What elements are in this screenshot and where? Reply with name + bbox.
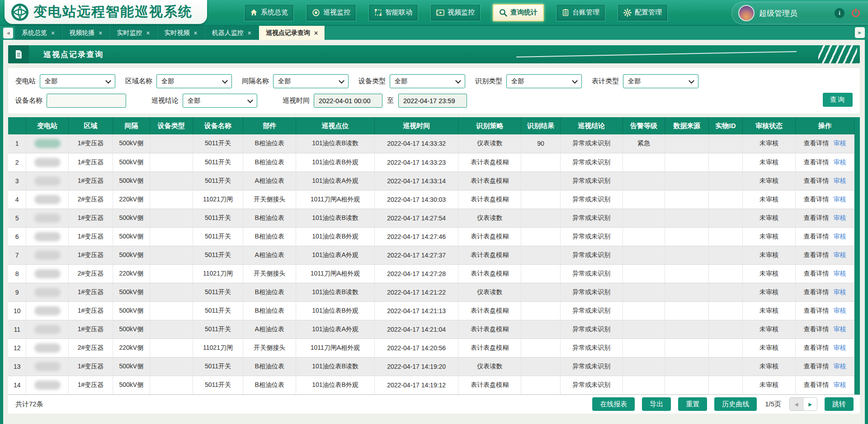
- next-page-icon[interactable]: ▶: [803, 398, 817, 410]
- nav-smart-linkage[interactable]: 智能联动: [368, 4, 418, 21]
- device-type-select[interactable]: 全部: [390, 74, 465, 88]
- tab-close-icon[interactable]: ×: [248, 30, 251, 36]
- cell-alarm-level: 紧急: [623, 134, 665, 153]
- view-detail-link[interactable]: 查看详情: [803, 195, 829, 203]
- nav-config-management[interactable]: 配置管理: [618, 4, 668, 21]
- table-row[interactable]: 5 1#变压器 500kV侧 5011开关 B相油位表 101油位表B读数 20…: [8, 209, 854, 227]
- home-icon: [250, 9, 258, 16]
- table-row[interactable]: 6 1#变压器 500kV侧 5011开关 B相油位表 101油位表B外观 20…: [8, 227, 854, 246]
- cell-result: [521, 320, 561, 338]
- nav-system-overview[interactable]: 系统总览: [244, 4, 294, 21]
- tab-close-icon[interactable]: ×: [99, 30, 102, 36]
- logout-power-icon[interactable]: [851, 8, 861, 18]
- view-detail-link[interactable]: 查看详情: [803, 344, 829, 351]
- audit-link[interactable]: 审核: [833, 251, 846, 258]
- export-button[interactable]: 导出: [642, 397, 671, 411]
- online-report-button[interactable]: 在线报表: [592, 397, 635, 411]
- cell-data-source: [665, 264, 709, 283]
- audit-link[interactable]: 审核: [833, 307, 846, 314]
- time-to-input[interactable]: [398, 94, 467, 108]
- conclusion-select[interactable]: 全部: [183, 94, 257, 108]
- view-detail-link[interactable]: 查看详情: [803, 270, 829, 277]
- table-row[interactable]: 2 1#变压器 500kV侧 5011开关 B相油位表 101油位表B外观 20…: [8, 153, 854, 172]
- view-detail-link[interactable]: 查看详情: [803, 139, 829, 147]
- tab-video-carousel[interactable]: 视频轮播 ×: [62, 26, 109, 40]
- nav-ledger-management[interactable]: 台账管理: [556, 4, 605, 21]
- info-icon[interactable]: [835, 8, 844, 18]
- tab-close-icon[interactable]: ×: [314, 30, 318, 36]
- audit-link[interactable]: 审核: [833, 233, 846, 240]
- view-detail-link[interactable]: 查看详情: [803, 251, 829, 258]
- reset-button[interactable]: 重置: [678, 397, 707, 411]
- cell-bay: 220kV侧: [113, 338, 150, 357]
- station-select[interactable]: 全部: [40, 74, 115, 88]
- view-detail-link[interactable]: 查看详情: [803, 233, 829, 240]
- view-detail-link[interactable]: 查看详情: [803, 362, 829, 370]
- audit-link[interactable]: 审核: [833, 195, 846, 203]
- audit-link[interactable]: 审核: [833, 288, 846, 295]
- audit-link[interactable]: 审核: [833, 362, 846, 370]
- table-row[interactable]: 12 2#变压器 220kV侧 11021刀闸 开关侧接头 1011刀闸A相外观…: [8, 338, 854, 357]
- meter-type-select[interactable]: 全部: [623, 74, 698, 88]
- table-row[interactable]: 3 1#变压器 500kV侧 5011开关 A相油位表 101油位表A外观 20…: [8, 172, 854, 190]
- tab-scroll-right-icon[interactable]: ▶: [855, 27, 865, 38]
- view-detail-link[interactable]: 查看详情: [803, 307, 829, 314]
- tab-inspection-record-query[interactable]: 巡视点记录查询 ×: [259, 26, 325, 40]
- audit-link[interactable]: 审核: [833, 214, 846, 221]
- table-scrollbar[interactable]: [854, 117, 860, 395]
- audit-link[interactable]: 审核: [833, 270, 846, 277]
- nav-video-monitor[interactable]: 视频监控: [430, 4, 481, 21]
- view-detail-link[interactable]: 查看详情: [803, 158, 829, 166]
- tab-realtime-monitor[interactable]: 实时监控 ×: [109, 26, 157, 40]
- table-row[interactable]: 9 1#变压器 500kV侧 5011开关 B相油位表 101油位表B读数 20…: [8, 283, 854, 301]
- search-button[interactable]: 查询: [823, 93, 853, 107]
- audit-link[interactable]: 审核: [833, 139, 846, 147]
- region-select[interactable]: 全部: [156, 74, 232, 88]
- audit-link[interactable]: 审核: [833, 158, 846, 166]
- audit-link[interactable]: 审核: [833, 325, 846, 333]
- device-name-input[interactable]: [47, 94, 126, 108]
- avatar[interactable]: [738, 5, 755, 21]
- prev-page-icon[interactable]: ◀: [790, 398, 803, 410]
- audit-link[interactable]: 审核: [833, 344, 846, 351]
- table-row[interactable]: 13 1#变压器 500kV侧 5011开关 B相油位表 101油位表B读数 2…: [8, 357, 854, 376]
- jump-button[interactable]: 跳转: [825, 397, 854, 411]
- tab-robot-monitor[interactable]: 机器人监控 ×: [205, 26, 259, 40]
- cell-time: 2022-04-17 14:21:13: [374, 301, 458, 320]
- cell-part: A相油位表: [243, 320, 296, 338]
- view-detail-link[interactable]: 查看详情: [803, 325, 829, 333]
- audit-link[interactable]: 审核: [833, 381, 846, 388]
- table-row[interactable]: 8 2#变压器 220kV侧 11021刀闸 开关侧接头 1011刀闸A相外观 …: [8, 264, 854, 283]
- cell-bay: 500kV侧: [113, 301, 150, 320]
- cell-result: [521, 338, 561, 357]
- table-row[interactable]: 4 2#变压器 220kV侧 11021刀闸 开关侧接头 1011刀闸A相外观 …: [8, 190, 854, 209]
- bay-select[interactable]: 全部: [273, 74, 349, 88]
- tab-realtime-video[interactable]: 实时视频 ×: [157, 26, 205, 40]
- recognition-type-select[interactable]: 全部: [506, 74, 582, 88]
- table-row[interactable]: 14 1#变压器 500kV侧 5011开关 B相油位表 101油位表B外观 2…: [8, 376, 854, 394]
- table-row[interactable]: 7 1#变压器 500kV侧 5011开关 A相油位表 101油位表A外观 20…: [8, 246, 854, 264]
- history-curve-button[interactable]: 历史曲线: [714, 397, 757, 411]
- cell-audit-status: 未审核: [743, 246, 796, 264]
- cell-region: 1#变压器: [69, 227, 113, 246]
- view-detail-link[interactable]: 查看详情: [803, 214, 829, 221]
- view-detail-link[interactable]: 查看详情: [803, 381, 829, 388]
- tab-close-icon[interactable]: ×: [51, 30, 55, 36]
- table-row[interactable]: 11 1#变压器 500kV侧 5011开关 A相油位表 101油位表A外观 2…: [8, 320, 854, 338]
- cell-physical-id: [709, 283, 743, 301]
- table-row[interactable]: 1 1#变压器 500kV侧 5011开关 B相油位表 101油位表B读数 20…: [8, 134, 854, 153]
- nav-query-statistics[interactable]: 查询统计: [493, 4, 544, 21]
- filter-label-station: 变电站: [15, 77, 36, 86]
- tab-close-icon[interactable]: ×: [146, 30, 150, 36]
- view-detail-link[interactable]: 查看详情: [803, 177, 829, 184]
- nav-inspection-monitor[interactable]: 巡视监控: [306, 4, 356, 21]
- tab-system-overview[interactable]: 系统总览 ×: [14, 26, 62, 40]
- cell-strategy: 仪表读数: [458, 283, 521, 301]
- view-detail-link[interactable]: 查看详情: [803, 288, 829, 295]
- time-from-input[interactable]: [314, 94, 382, 108]
- nav-label: 查询统计: [510, 8, 538, 17]
- audit-link[interactable]: 审核: [833, 177, 846, 184]
- tab-scroll-left-icon[interactable]: ◀: [3, 28, 13, 38]
- table-row[interactable]: 10 1#变压器 500kV侧 5011开关 B相油位表 101油位表B外观 2…: [8, 301, 854, 320]
- tab-close-icon[interactable]: ×: [194, 30, 198, 36]
